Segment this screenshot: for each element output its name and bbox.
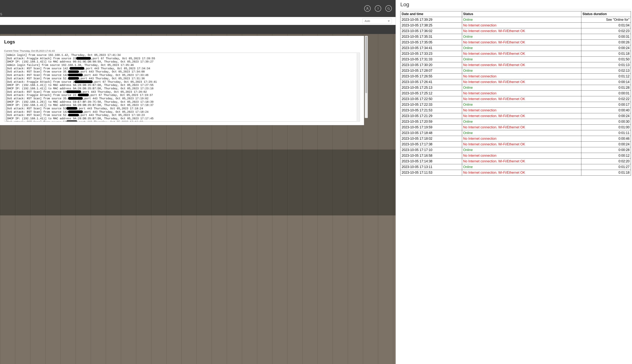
svg-point-2 <box>388 8 389 9</box>
redaction <box>70 67 84 70</box>
cell-datetime: 2023-10-05 17:11:53 <box>401 170 462 176</box>
cell-duration: 0:01:18 <box>581 170 631 176</box>
cell-status: No Internet connection <box>462 153 581 158</box>
cell-duration: 0:00:17 <box>581 102 631 108</box>
cell-datetime: 2023-10-05 17:14:38 <box>401 158 462 164</box>
cell-status: No Internet connection <box>462 108 581 113</box>
cell-status: No Internet connection <box>462 90 581 96</box>
cell-datetime: 2023-10-05 17:33:23 <box>401 51 462 57</box>
col-duration: Status duration <box>581 11 631 17</box>
table-row: 2023-10-05 17:21:29No Internet connectio… <box>401 113 631 119</box>
table-row: 2023-10-05 17:21:53No Internet connectio… <box>401 108 631 113</box>
table-row: 2023-10-05 17:13:11Online0:01:27 <box>401 164 631 170</box>
refresh-mode-select[interactable]: Auto <box>363 18 392 24</box>
cell-datetime: 2023-10-05 17:19:59 <box>401 124 462 130</box>
cell-status: Online <box>462 102 581 108</box>
cell-status: No Internet connection. Wi-Fi/Ethernet O… <box>462 28 581 34</box>
table-row: 2023-10-05 17:38:25No Internet connectio… <box>401 23 631 28</box>
table-row: 2023-10-05 17:34:41Online0:00:24 <box>401 45 631 51</box>
table-row: 2023-10-05 17:25:12No Internet connectio… <box>401 90 631 96</box>
log-line: [DHCP IP: (192.168.1.41)] to MAC address… <box>6 87 359 90</box>
cell-status: Online <box>462 68 581 74</box>
table-row: 2023-10-05 17:30:20No Internet connectio… <box>401 62 631 68</box>
logs-textarea[interactable]: [Admin login] from source 192.168.1.42, … <box>4 53 360 122</box>
cell-datetime: 2023-10-05 17:26:55 <box>401 74 462 79</box>
cell-status: Online <box>462 130 581 136</box>
redaction <box>76 57 91 60</box>
cell-status: No Internet connection <box>462 74 581 79</box>
log-line: [DoS attack: RST Scan] from source 142.,… <box>6 67 359 70</box>
cell-duration: 0:01:11 <box>581 130 631 136</box>
cell-datetime: 2023-10-05 17:18:48 <box>401 130 462 136</box>
redaction <box>78 94 89 96</box>
cell-datetime: 2023-10-05 17:25:12 <box>401 90 462 96</box>
search-icon[interactable] <box>385 5 392 12</box>
cell-datetime: 2023-10-05 17:25:13 <box>401 85 462 90</box>
panel-scrollbar[interactable] <box>365 36 368 118</box>
redaction <box>66 107 77 110</box>
table-row: 2023-10-05 17:35:05No Internet connectio… <box>401 40 631 45</box>
cell-duration: 0:00:26 <box>581 40 631 45</box>
redaction <box>66 120 77 122</box>
log-line: [DoS attack: Fraggle Attack] from source… <box>6 80 359 84</box>
cell-duration: 0:01:12 <box>581 74 631 79</box>
logs-scrollbar[interactable] <box>357 53 359 121</box>
cell-duration: 0:00:31 <box>581 34 631 40</box>
table-row: 2023-10-05 17:16:58No Internet connectio… <box>401 153 631 158</box>
table-row: 2023-10-05 17:22:33Online0:00:17 <box>401 102 631 108</box>
cell-duration: 0:00:24 <box>581 113 631 119</box>
cell-datetime: 2023-10-05 17:36:02 <box>401 28 462 34</box>
router-admin-panel: 5 Auto Logs Current Time: Thursday, Oct … <box>0 0 396 364</box>
log-line: [DoS attack: Fraggle Attack] from source… <box>6 94 359 97</box>
user-icon[interactable] <box>364 5 371 12</box>
redaction <box>68 74 83 76</box>
cell-duration: 0:01:13 <box>581 62 631 68</box>
cell-status: No Internet connection. Wi-Fi/Ethernet O… <box>462 51 581 57</box>
cell-status: Online <box>462 164 581 170</box>
logs-current-time: Current Time: Thursday, Oct 05,2023 17:4… <box>4 50 360 52</box>
table-row: 2023-10-05 17:31:33Online0:01:50 <box>401 57 631 62</box>
cell-duration: 0:00:30 <box>581 119 631 124</box>
log-line: [DoS attack: RST Scan] from source 35.,p… <box>6 97 359 100</box>
cell-status: No Internet connection. Wi-Fi/Ethernet O… <box>462 40 581 45</box>
table-row: 2023-10-05 17:26:41No Internet connectio… <box>401 79 631 85</box>
router-logs-card: Logs Current Time: Thursday, Oct 05,2023… <box>0 36 364 125</box>
cell-datetime: 2023-10-05 17:35:31 <box>401 34 462 40</box>
cell-datetime: 2023-10-05 17:31:33 <box>401 57 462 62</box>
cell-status: Online <box>462 17 581 23</box>
col-datetime: Date and time <box>401 11 462 17</box>
cell-duration: 0:01:00 <box>581 124 631 130</box>
log-line: [DoS attack: RST Scan] from source 142,p… <box>6 110 359 114</box>
cell-datetime: 2023-10-05 17:30:20 <box>401 62 462 68</box>
log-line: [DHCP IP: (192.168.1.41)] to MAC address… <box>6 84 359 87</box>
cell-duration: 0:01:04 <box>581 23 631 28</box>
panel-scrollbar-thumb[interactable] <box>365 36 367 93</box>
log-line: [DoS attack: Fraggle Attack] from source… <box>6 57 359 60</box>
cell-datetime: 2023-10-05 17:39:29 <box>401 17 462 23</box>
table-row: 2023-10-05 17:33:23No Internet connectio… <box>401 51 631 57</box>
log-line: [DoS attack: RST Scan] from source 52,po… <box>6 107 359 110</box>
cell-duration: 0:00:12 <box>581 153 631 158</box>
cell-status: No Internet connection. Wi-Fi/Ethernet O… <box>462 79 581 85</box>
log-line: [DHCP IP: (192.168.1.41)] to MAC address… <box>6 117 359 120</box>
log-line: [DoS attack: RST Scan] from source 52.,p… <box>6 114 359 117</box>
cell-datetime: 2023-10-05 17:26:41 <box>401 79 462 85</box>
redaction <box>75 80 93 83</box>
cell-duration: 0:02:23 <box>581 28 631 34</box>
cell-duration: 0:02:13 <box>581 68 631 74</box>
table-header-row: Date and time Status Status duration <box>401 11 631 17</box>
cell-datetime: 2023-10-05 17:17:10 <box>401 147 462 153</box>
svg-point-1 <box>378 9 378 10</box>
table-row: 2023-10-05 17:18:02No Internet connectio… <box>401 136 631 142</box>
table-row: 2023-10-05 17:28:07Online0:02:13 <box>401 68 631 74</box>
cell-duration: 0:00:24 <box>581 45 631 51</box>
cell-datetime: 2023-10-05 17:18:02 <box>401 136 462 142</box>
cell-status: No Internet connection. Wi-Fi/Ethernet O… <box>462 62 581 68</box>
cell-status: No Internet connection <box>462 23 581 28</box>
cell-status: Online <box>462 147 581 153</box>
help-icon[interactable] <box>375 5 381 12</box>
cell-duration: 0:00:14 <box>581 79 631 85</box>
cell-duration: 0:01:50 <box>581 57 631 62</box>
log-line: [Admin login] from source 192.168.1.42, … <box>6 54 359 57</box>
connectivity-log-table: Date and time Status Status duration 202… <box>400 11 631 176</box>
